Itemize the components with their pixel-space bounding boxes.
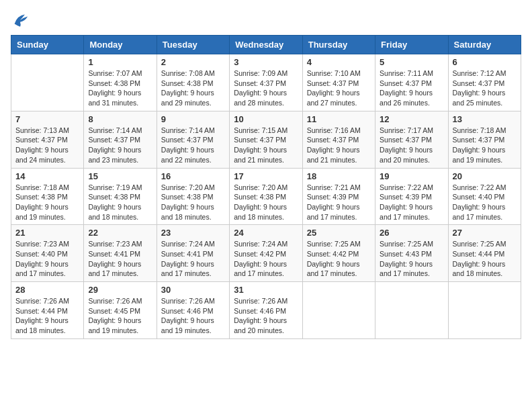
day-number: 21: [15, 228, 79, 238]
calendar-cell: 12Sunrise: 7:17 AMSunset: 4:37 PMDayligh…: [375, 111, 448, 168]
column-header-monday: Monday: [84, 36, 157, 54]
day-number: 18: [307, 171, 371, 181]
day-number: 6: [453, 57, 517, 67]
calendar-week-row: 1Sunrise: 7:07 AMSunset: 4:38 PMDaylight…: [11, 54, 521, 111]
day-info: Sunrise: 7:23 AMSunset: 4:41 PMDaylight:…: [88, 239, 152, 279]
day-info: Sunrise: 7:25 AMSunset: 4:42 PMDaylight:…: [307, 239, 371, 279]
day-info: Sunrise: 7:22 AMSunset: 4:39 PMDaylight:…: [380, 183, 443, 222]
column-header-friday: Friday: [375, 36, 448, 54]
calendar-cell: 31Sunrise: 7:26 AMSunset: 4:46 PMDayligh…: [230, 282, 302, 339]
calendar-cell: [448, 282, 521, 339]
calendar-cell: [302, 282, 375, 339]
calendar-cell: 4Sunrise: 7:10 AMSunset: 4:37 PMDaylight…: [302, 54, 375, 111]
calendar-cell: 20Sunrise: 7:22 AMSunset: 4:40 PMDayligh…: [448, 168, 521, 225]
calendar-cell: 17Sunrise: 7:20 AMSunset: 4:38 PMDayligh…: [230, 168, 302, 225]
day-number: 19: [380, 171, 443, 181]
day-info: Sunrise: 7:21 AMSunset: 4:39 PMDaylight:…: [307, 183, 371, 222]
day-number: 17: [234, 171, 298, 181]
calendar-table: SundayMondayTuesdayWednesdayThursdayFrid…: [11, 35, 521, 339]
day-number: 22: [88, 228, 152, 238]
day-info: Sunrise: 7:18 AMSunset: 4:37 PMDaylight:…: [453, 126, 517, 165]
day-number: 14: [15, 171, 79, 181]
day-number: 13: [453, 114, 517, 124]
calendar-cell: 3Sunrise: 7:09 AMSunset: 4:37 PMDaylight…: [230, 54, 302, 111]
logo: [11, 11, 32, 30]
calendar-cell: 10Sunrise: 7:15 AMSunset: 4:37 PMDayligh…: [230, 111, 302, 168]
day-number: 20: [453, 171, 517, 181]
calendar-cell: 22Sunrise: 7:23 AMSunset: 4:41 PMDayligh…: [84, 225, 157, 282]
day-info: Sunrise: 7:23 AMSunset: 4:40 PMDaylight:…: [15, 239, 79, 279]
calendar-cell: 25Sunrise: 7:25 AMSunset: 4:42 PMDayligh…: [302, 225, 375, 282]
calendar-cell: 27Sunrise: 7:25 AMSunset: 4:44 PMDayligh…: [448, 225, 521, 282]
day-number: 23: [161, 228, 225, 238]
day-info: Sunrise: 7:08 AMSunset: 4:38 PMDaylight:…: [161, 68, 225, 108]
calendar-week-row: 14Sunrise: 7:18 AMSunset: 4:38 PMDayligh…: [11, 168, 521, 225]
calendar-cell: 19Sunrise: 7:22 AMSunset: 4:39 PMDayligh…: [375, 168, 448, 225]
calendar-header-row: SundayMondayTuesdayWednesdayThursdayFrid…: [11, 36, 521, 54]
calendar-cell: 21Sunrise: 7:23 AMSunset: 4:40 PMDayligh…: [11, 225, 84, 282]
day-number: 28: [15, 285, 79, 295]
day-info: Sunrise: 7:14 AMSunset: 4:37 PMDaylight:…: [88, 126, 152, 165]
calendar-week-row: 21Sunrise: 7:23 AMSunset: 4:40 PMDayligh…: [11, 225, 521, 282]
day-info: Sunrise: 7:22 AMSunset: 4:40 PMDaylight:…: [453, 183, 517, 222]
calendar-cell: 2Sunrise: 7:08 AMSunset: 4:38 PMDaylight…: [157, 54, 229, 111]
column-header-saturday: Saturday: [448, 36, 521, 54]
day-info: Sunrise: 7:16 AMSunset: 4:37 PMDaylight:…: [307, 126, 371, 165]
column-header-wednesday: Wednesday: [230, 36, 302, 54]
calendar-cell: 28Sunrise: 7:26 AMSunset: 4:44 PMDayligh…: [11, 282, 84, 339]
day-number: 31: [234, 285, 298, 295]
calendar-cell: 15Sunrise: 7:19 AMSunset: 4:38 PMDayligh…: [84, 168, 157, 225]
day-number: 24: [234, 228, 298, 238]
calendar-cell: 6Sunrise: 7:12 AMSunset: 4:37 PMDaylight…: [448, 54, 521, 111]
day-info: Sunrise: 7:26 AMSunset: 4:46 PMDaylight:…: [161, 296, 225, 336]
calendar-cell: 16Sunrise: 7:20 AMSunset: 4:38 PMDayligh…: [157, 168, 229, 225]
day-info: Sunrise: 7:10 AMSunset: 4:37 PMDaylight:…: [307, 68, 371, 108]
calendar-cell: 7Sunrise: 7:13 AMSunset: 4:37 PMDaylight…: [11, 111, 84, 168]
day-number: 26: [380, 228, 443, 238]
day-info: Sunrise: 7:26 AMSunset: 4:45 PMDaylight:…: [88, 296, 152, 336]
day-number: 7: [15, 114, 79, 124]
calendar-cell: 8Sunrise: 7:14 AMSunset: 4:37 PMDaylight…: [84, 111, 157, 168]
day-info: Sunrise: 7:20 AMSunset: 4:38 PMDaylight:…: [161, 183, 225, 222]
day-number: 11: [307, 114, 371, 124]
day-number: 1: [88, 57, 152, 67]
day-info: Sunrise: 7:20 AMSunset: 4:38 PMDaylight:…: [234, 183, 298, 222]
day-info: Sunrise: 7:25 AMSunset: 4:43 PMDaylight:…: [380, 239, 443, 279]
day-number: 15: [88, 171, 152, 181]
day-number: 25: [307, 228, 371, 238]
page-header: [11, 11, 521, 30]
calendar-week-row: 7Sunrise: 7:13 AMSunset: 4:37 PMDaylight…: [11, 111, 521, 168]
day-number: 10: [234, 114, 298, 124]
day-info: Sunrise: 7:19 AMSunset: 4:38 PMDaylight:…: [88, 183, 152, 222]
day-info: Sunrise: 7:18 AMSunset: 4:38 PMDaylight:…: [15, 183, 79, 222]
day-info: Sunrise: 7:26 AMSunset: 4:46 PMDaylight:…: [234, 296, 298, 336]
day-info: Sunrise: 7:17 AMSunset: 4:37 PMDaylight:…: [380, 126, 443, 165]
day-info: Sunrise: 7:24 AMSunset: 4:41 PMDaylight:…: [161, 239, 225, 279]
day-number: 12: [380, 114, 443, 124]
calendar-cell: 5Sunrise: 7:11 AMSunset: 4:37 PMDaylight…: [375, 54, 448, 111]
day-info: Sunrise: 7:11 AMSunset: 4:37 PMDaylight:…: [380, 68, 443, 108]
day-info: Sunrise: 7:24 AMSunset: 4:42 PMDaylight:…: [234, 239, 298, 279]
calendar-cell: 11Sunrise: 7:16 AMSunset: 4:37 PMDayligh…: [302, 111, 375, 168]
day-info: Sunrise: 7:13 AMSunset: 4:37 PMDaylight:…: [15, 126, 79, 165]
calendar-cell: 24Sunrise: 7:24 AMSunset: 4:42 PMDayligh…: [230, 225, 302, 282]
day-number: 27: [453, 228, 517, 238]
calendar-week-row: 28Sunrise: 7:26 AMSunset: 4:44 PMDayligh…: [11, 282, 521, 339]
day-number: 8: [88, 114, 152, 124]
calendar-cell: 29Sunrise: 7:26 AMSunset: 4:45 PMDayligh…: [84, 282, 157, 339]
day-number: 3: [234, 57, 298, 67]
calendar-cell: 9Sunrise: 7:14 AMSunset: 4:37 PMDaylight…: [157, 111, 229, 168]
calendar-cell: 23Sunrise: 7:24 AMSunset: 4:41 PMDayligh…: [157, 225, 229, 282]
day-number: 29: [88, 285, 152, 295]
calendar-cell: [11, 54, 84, 111]
day-number: 16: [161, 171, 225, 181]
day-info: Sunrise: 7:09 AMSunset: 4:37 PMDaylight:…: [234, 68, 298, 108]
day-info: Sunrise: 7:12 AMSunset: 4:37 PMDaylight:…: [453, 68, 517, 108]
column-header-thursday: Thursday: [302, 36, 375, 54]
day-number: 4: [307, 57, 371, 67]
column-header-sunday: Sunday: [11, 36, 84, 54]
calendar-cell: 18Sunrise: 7:21 AMSunset: 4:39 PMDayligh…: [302, 168, 375, 225]
day-info: Sunrise: 7:15 AMSunset: 4:37 PMDaylight:…: [234, 126, 298, 165]
column-header-tuesday: Tuesday: [157, 36, 229, 54]
day-number: 2: [161, 57, 225, 67]
